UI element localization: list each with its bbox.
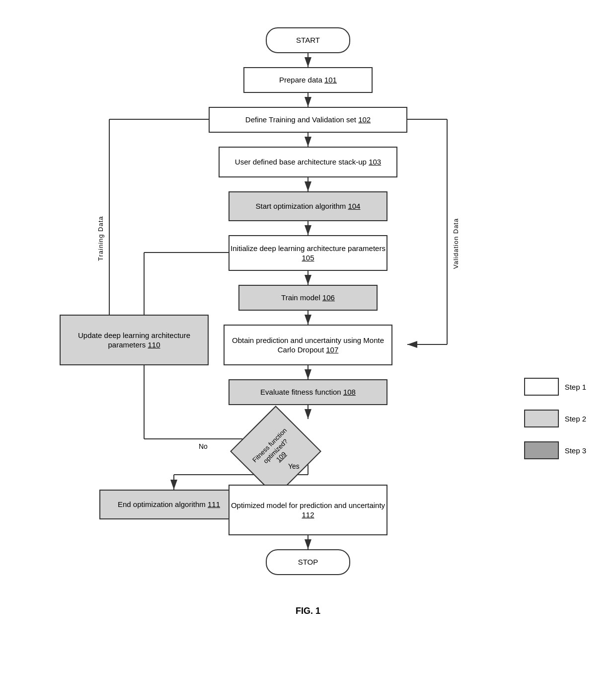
validation-data-label: Validation Data — [452, 174, 462, 313]
training-data-label: Training Data — [97, 189, 107, 288]
node-112-label: Optimized model for prediction and uncer… — [230, 501, 386, 520]
node-112: Optimized model for prediction and uncer… — [229, 485, 387, 535]
node-109: Fitness function optimized?109 — [243, 419, 308, 484]
node-107-label: Obtain prediction and uncertainty using … — [225, 336, 391, 355]
node-107: Obtain prediction and uncertainty using … — [224, 325, 392, 365]
legend-label-step2: Step 2 — [565, 415, 586, 423]
stop-node: STOP — [266, 549, 350, 575]
node-104-label: Start optimization algorithm 104 — [256, 201, 361, 211]
node-106: Train model 106 — [238, 285, 378, 311]
fig-label: FIG. 1 — [296, 606, 320, 616]
node-108-label: Evaluate fitness function 108 — [260, 387, 356, 397]
legend-label-step3: Step 3 — [565, 446, 586, 455]
node-103: User defined base architecture stack-up … — [219, 147, 397, 177]
legend: Step 1 Step 2 Step 3 — [524, 378, 586, 459]
node-105: Initialize deep learning architecture pa… — [229, 235, 387, 271]
flowchart-diagram: START Prepare data 101 Define Training a… — [0, 0, 616, 636]
start-node: START — [266, 27, 350, 53]
legend-box-step1 — [524, 378, 559, 396]
node-104: Start optimization algorithm 104 — [229, 191, 387, 221]
legend-box-step2 — [524, 410, 559, 427]
node-108: Evaluate fitness function 108 — [229, 379, 387, 405]
yes-label: Yes — [288, 462, 300, 470]
node-102: Define Training and Validation set 102 — [209, 107, 407, 133]
node-109-label: Fitness function optimized?109 — [244, 420, 308, 483]
node-101-label: Prepare data 101 — [279, 75, 337, 85]
no-label: No — [199, 442, 208, 450]
node-101: Prepare data 101 — [243, 67, 373, 93]
node-102-label: Define Training and Validation set 102 — [245, 115, 371, 125]
node-111: End optimization algorithm 111 — [99, 490, 238, 519]
legend-step3: Step 3 — [524, 441, 586, 459]
stop-label: STOP — [298, 557, 318, 567]
start-label: START — [296, 35, 320, 45]
legend-step2: Step 2 — [524, 410, 586, 427]
node-110: Update deep learning architecture parame… — [60, 315, 209, 365]
node-111-label: End optimization algorithm 111 — [118, 500, 220, 509]
node-103-label: User defined base architecture stack-up … — [235, 157, 381, 167]
legend-step1: Step 1 — [524, 378, 586, 396]
node-106-label: Train model 106 — [281, 293, 335, 303]
node-110-label: Update deep learning architecture parame… — [61, 331, 208, 350]
legend-label-step1: Step 1 — [565, 383, 586, 391]
node-105-label: Initialize deep learning architecture pa… — [230, 244, 386, 263]
legend-box-step3 — [524, 441, 559, 459]
